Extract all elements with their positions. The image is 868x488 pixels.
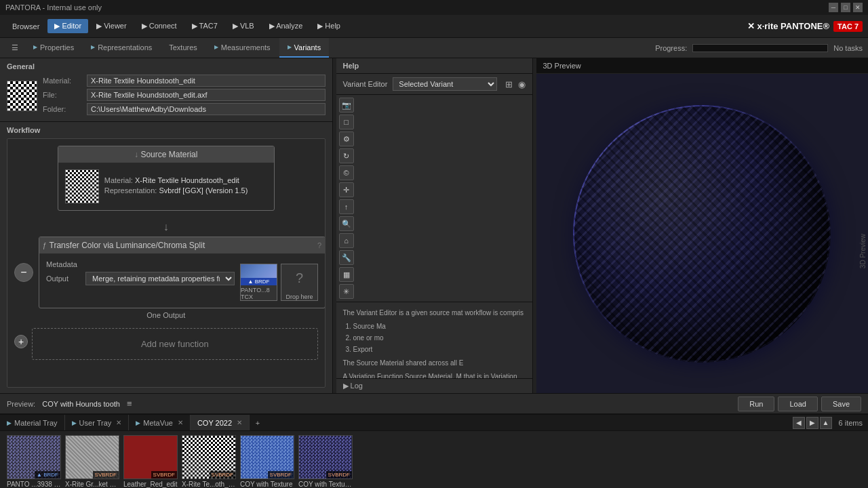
tray-tab-material-arrow: ▶ (7, 420, 12, 426)
run-button[interactable]: Run (738, 396, 774, 411)
app-title: PANTORA - Internal use only (5, 3, 102, 12)
material-slot-1[interactable]: ▲ BRDF PANTO...8 TCX (240, 264, 277, 301)
tray-nav-up[interactable]: ▲ (820, 417, 832, 429)
add-function-plus-button[interactable]: + (14, 335, 28, 348)
source-material-value: X-Rite Textile Houndstooth_edit (135, 176, 239, 184)
menu-help[interactable]: ▶ Help (311, 19, 347, 33)
tray-badge-1: ▲ BRDF (35, 471, 60, 479)
tray-tab-user-label: User Tray (79, 419, 112, 427)
tab-representations[interactable]: ▶ Representations (83, 38, 160, 58)
material-label: Material: (43, 77, 87, 85)
tray-item-5[interactable]: SVBRDF COY with Texture (240, 435, 294, 488)
transform-help-icon[interactable]: ? (317, 241, 321, 249)
logo-area: ✕ x·rite PANTONE® TAC 7 (747, 21, 863, 32)
tray-tab-metavue[interactable]: ▶ MetaVue ✕ (129, 415, 191, 430)
list-icon[interactable]: ≡ (127, 399, 132, 409)
help-list-item-3: Export (353, 344, 526, 354)
source-material-thumb (65, 169, 99, 203)
close-button[interactable]: ✕ (853, 3, 863, 12)
camera-tool[interactable]: 📷 (339, 98, 354, 113)
variant-icon-2[interactable]: ◉ (518, 79, 526, 89)
reset-tool[interactable]: © (339, 165, 354, 180)
preview-3d: 3D Preview (536, 74, 869, 393)
source-material-title: Source Material (140, 150, 197, 159)
help-header: Help (336, 58, 532, 74)
menu-viewer[interactable]: ▶ Viewer (90, 19, 133, 33)
variant-icon-1[interactable]: ⊞ (505, 79, 513, 89)
tray-tab-coy2022[interactable]: COY 2022 ✕ (191, 415, 250, 430)
help-paragraph-2: The Source Material shared across all E (343, 358, 526, 368)
tray-tab-material[interactable]: ▶ Material Tray (0, 415, 65, 430)
general-section: General Material: X-Rite Textile Houndst… (0, 58, 332, 122)
maximize-button[interactable]: □ (841, 3, 850, 12)
hamburger-button[interactable]: ☰ (5, 38, 24, 58)
slot-1-badge: ▲ BRDF (241, 278, 277, 285)
tray-item-2[interactable]: SVBRDF X-Rite Gr...ket Weave (65, 435, 119, 488)
help-panel: Help Variant Editor Selected Variant ⊞ ◉… (336, 58, 533, 393)
workflow-canvas: ↓ Source Material Material: X-Rite Texti… (7, 138, 326, 388)
wrench-tool[interactable]: 🔧 (339, 250, 354, 265)
tab-textures[interactable]: Textures (161, 38, 205, 58)
bottom-buttons: Run Load Save (738, 396, 861, 411)
home-tool[interactable]: ⌂ (339, 233, 354, 248)
tabbar: ☰ ▶ Properties ▶ Representations Texture… (0, 38, 868, 58)
tray-thumb-5: SVBRDF (240, 435, 294, 479)
variant-select[interactable]: Selected Variant (393, 77, 496, 91)
box-tool[interactable]: □ (339, 115, 354, 129)
gear-tool[interactable]: ⚙ (339, 131, 354, 146)
load-button[interactable]: Load (778, 396, 817, 411)
menu-editor[interactable]: ▶ Editor (47, 19, 88, 33)
move-tool[interactable]: ✛ (339, 182, 354, 197)
transform-header: ƒ Transfer Color via Luminance/Chroma Sp… (39, 237, 325, 253)
layers-tool[interactable]: ▦ (339, 267, 354, 282)
tray-tab-user-close[interactable]: ✕ (116, 419, 121, 426)
menu-analyze[interactable]: ▶ Analyze (262, 19, 310, 33)
sphere-pattern-svg (573, 105, 831, 363)
menu-tac7[interactable]: ▶ TAC7 (185, 19, 224, 33)
svg-point-5 (574, 106, 829, 361)
folder-label: Folder: (43, 105, 87, 113)
tray-item-3[interactable]: SVBRDF Leather_Red_edit (123, 435, 178, 488)
tray-tab-coy2022-close[interactable]: ✕ (237, 419, 242, 426)
zoom-tool[interactable]: 🔍 (339, 216, 354, 231)
tray-area: ▶ Material Tray ▶ User Tray ✕ ▶ MetaVue … (0, 413, 868, 488)
tray-tab-metavue-arrow: ▶ (136, 420, 140, 426)
tray-nav-left[interactable]: ◀ (793, 417, 805, 429)
asterisk-tool[interactable]: ✳ (339, 284, 354, 299)
tray-badge-2: SVBRDF (93, 471, 119, 479)
source-material-node: ↓ Source Material Material: X-Rite Texti… (58, 146, 275, 211)
log-section: ▶ Log (336, 378, 532, 393)
slot-1-thumb (241, 264, 277, 278)
arrow-tool[interactable]: ↑ (339, 199, 354, 214)
tray-nav-right[interactable]: ▶ (806, 417, 818, 429)
menu-browser[interactable]: Browser (5, 20, 46, 33)
add-function-box[interactable]: Add new function (32, 328, 318, 360)
minus-button[interactable]: − (14, 263, 33, 282)
material-slot-2[interactable]: ? Drop here (281, 264, 318, 301)
tray-tab-user[interactable]: ▶ User Tray ✕ (65, 415, 130, 430)
tray-tab-add[interactable]: + (250, 415, 266, 430)
log-header[interactable]: ▶ Log (343, 382, 363, 390)
tray-tab-metavue-label: MetaVue (143, 419, 173, 427)
source-material-label: Material: (104, 176, 133, 184)
output-select[interactable]: Merge, retaining metadata properties fro… (85, 272, 235, 285)
tab-measurements[interactable]: ▶ Measurements (206, 38, 279, 58)
tray-item-4[interactable]: SVBRDF X-Rite Te...oth_edit (182, 435, 236, 488)
refresh-tool[interactable]: ↻ (339, 148, 354, 163)
tray-thumb-2: SVBRDF (65, 435, 119, 479)
slot-2-label: Drop here (285, 293, 313, 300)
tray-item-6[interactable]: SVBRDF COY with Texture-2 (298, 435, 353, 488)
tray-tab-metavue-close[interactable]: ✕ (178, 419, 183, 426)
tab-properties[interactable]: ▶ Properties (25, 38, 82, 58)
save-button[interactable]: Save (821, 396, 861, 411)
minimize-button[interactable]: ─ (829, 3, 838, 12)
menu-connect[interactable]: ▶ Connect (135, 19, 184, 33)
tab-variants[interactable]: ▶ Variants (279, 38, 330, 58)
tray-tab-material-label: Material Tray (14, 419, 58, 427)
tray-item-1[interactable]: ▲ BRDF PANTO ...3938 TCX (7, 435, 61, 488)
menu-items: Browser ▶ Editor ▶ Viewer ▶ Connect ▶ TA… (5, 19, 347, 33)
menu-vlb[interactable]: ▶ VLB (226, 19, 261, 33)
material-thumbnail (7, 81, 37, 111)
source-representation-value: Svbrdf [GGX] (Version 1.5) (159, 186, 248, 195)
source-representation-label: Representation: (104, 186, 157, 195)
